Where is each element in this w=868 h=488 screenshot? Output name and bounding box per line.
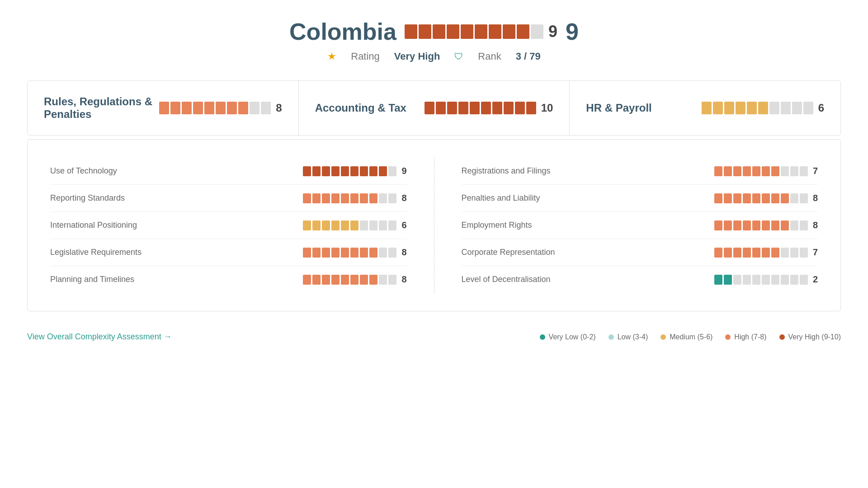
category-card-0: Rules, Regulations & Penalties8 bbox=[28, 81, 299, 135]
detail-item-label: Level of Decentralisation bbox=[462, 275, 551, 284]
detail-item-bar: 9 bbox=[303, 166, 406, 176]
category-card-2: HR & Payroll6 bbox=[570, 81, 840, 135]
header-score: 9 bbox=[566, 18, 579, 45]
detail-item-bar: 7 bbox=[714, 247, 818, 258]
detail-row: Registrations and Filings7 bbox=[462, 158, 818, 185]
detail-row: Employment Rights8 bbox=[462, 212, 818, 239]
legend-label: Medium (5-6) bbox=[670, 333, 712, 341]
detail-item-label: Penalties and Liability bbox=[462, 193, 540, 203]
legend-item: Very Low (0-2) bbox=[540, 333, 596, 341]
detail-item-label: Corporate Representation bbox=[462, 248, 555, 257]
legend-item: Very High (9-10) bbox=[779, 333, 841, 341]
header-section: Colombia 9 9 ★ Rating Very High 🛡 Rank 3… bbox=[27, 18, 841, 62]
rank-label: Rank bbox=[478, 51, 501, 62]
detail-item-label: Planning and Timelines bbox=[50, 275, 134, 284]
detail-row: Corporate Representation7 bbox=[462, 239, 818, 266]
legend-label: Low (3-4) bbox=[618, 333, 648, 341]
detail-item-bar: 7 bbox=[714, 166, 818, 176]
overall-assessment-link[interactable]: View Overall Complexity Assessment → bbox=[27, 332, 172, 342]
legend-dot bbox=[660, 334, 666, 340]
detail-item-bar: 6 bbox=[303, 220, 406, 230]
legend-dot bbox=[725, 334, 731, 340]
detail-item-label: Registrations and Filings bbox=[462, 166, 551, 176]
detail-right-col: Registrations and Filings7Penalties and … bbox=[434, 158, 818, 293]
detail-item-label: Reporting Standards bbox=[50, 193, 125, 203]
detail-left-col: Use of Technology9Reporting Standards8In… bbox=[50, 158, 434, 293]
rating-label: Rating bbox=[351, 51, 380, 62]
detail-row: Legislative Requirements8 bbox=[50, 239, 407, 266]
legend-item: High (7-8) bbox=[725, 333, 766, 341]
legend-dot bbox=[540, 334, 545, 340]
rating-value: Very High bbox=[394, 51, 440, 62]
card-title-1: Accounting & Tax bbox=[315, 102, 406, 114]
header-bar: 9 bbox=[405, 22, 557, 41]
legend-item: Low (3-4) bbox=[609, 333, 648, 341]
legend-label: Very High (9-10) bbox=[788, 333, 841, 341]
shield-icon: 🛡 bbox=[454, 52, 463, 62]
detail-item-bar: 8 bbox=[303, 274, 406, 285]
header-title: Colombia 9 9 bbox=[27, 18, 841, 45]
legend-dot bbox=[609, 334, 614, 340]
detail-row: Reporting Standards8 bbox=[50, 185, 407, 212]
detail-item-label: International Positioning bbox=[50, 221, 137, 230]
rank-value: 3 / 79 bbox=[516, 51, 541, 62]
legend-label: High (7-8) bbox=[734, 333, 766, 341]
card-title-0: Rules, Regulations & Penalties bbox=[44, 95, 159, 121]
detail-item-bar: 8 bbox=[714, 193, 818, 203]
legend: Very Low (0-2)Low (3-4)Medium (5-6)High … bbox=[540, 333, 841, 341]
detail-row: Planning and Timelines8 bbox=[50, 266, 407, 293]
detail-item-bar: 8 bbox=[714, 220, 818, 230]
category-card-1: Accounting & Tax10 bbox=[299, 81, 570, 135]
legend-label: Very Low (0-2) bbox=[549, 333, 596, 341]
detail-row: Penalties and Liability8 bbox=[462, 185, 818, 212]
detail-item-bar: 8 bbox=[303, 193, 406, 203]
legend-item: Medium (5-6) bbox=[660, 333, 712, 341]
detail-item-bar: 8 bbox=[303, 247, 406, 258]
detail-item-label: Employment Rights bbox=[462, 221, 532, 230]
detail-row: Use of Technology9 bbox=[50, 158, 407, 185]
detail-item-label: Legislative Requirements bbox=[50, 248, 142, 257]
detail-row: International Positioning6 bbox=[50, 212, 407, 239]
star-icon: ★ bbox=[327, 51, 336, 62]
card-title-2: HR & Payroll bbox=[586, 102, 651, 114]
detail-section: Use of Technology9Reporting Standards8In… bbox=[27, 139, 841, 311]
footer: View Overall Complexity Assessment → Ver… bbox=[27, 328, 841, 351]
legend-dot bbox=[779, 334, 785, 340]
header-subtitle: ★ Rating Very High 🛡 Rank 3 / 79 bbox=[27, 51, 841, 62]
detail-row: Level of Decentralisation2 bbox=[462, 266, 818, 293]
detail-item-bar: 2 bbox=[714, 274, 818, 285]
category-cards: Rules, Regulations & Penalties8Accountin… bbox=[27, 80, 841, 136]
country-name: Colombia bbox=[289, 18, 396, 45]
detail-item-label: Use of Technology bbox=[50, 166, 117, 176]
